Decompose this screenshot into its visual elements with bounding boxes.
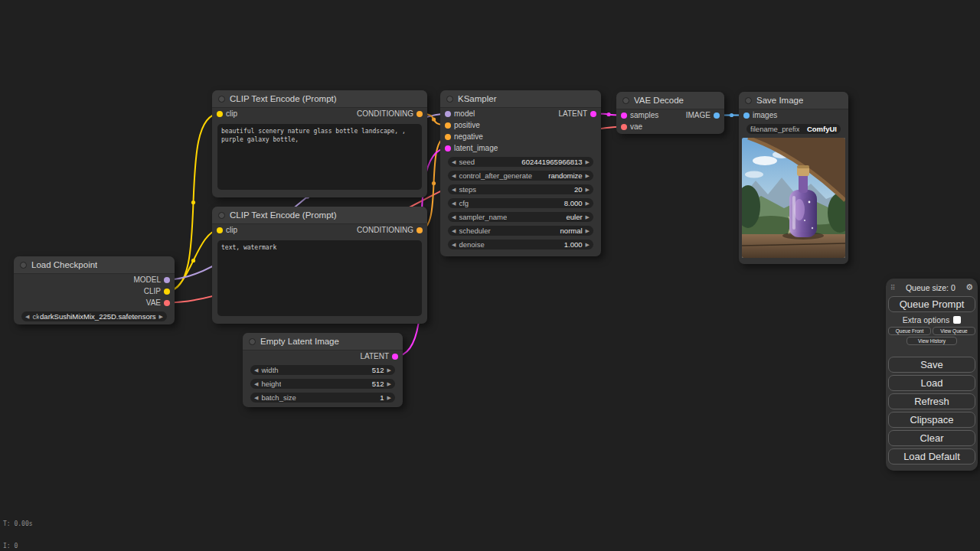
next-value-arrow-icon[interactable]: ▶ [586,214,590,220]
sampler-name-widget[interactable]: ◀ sampler_name euler ▶ [448,212,593,222]
queue-prompt-button[interactable]: Queue Prompt [888,296,975,312]
next-value-arrow-icon[interactable]: ▶ [159,314,163,319]
increment-arrow-icon[interactable]: ▶ [586,187,590,192]
node-save-image[interactable]: Save Image images filename_prefix ComfyU… [739,92,848,264]
increment-arrow-icon[interactable]: ▶ [387,381,391,386]
cfg-widget[interactable]: ◀ cfg 8.000 ▶ [448,198,593,208]
output-port-model[interactable] [164,277,170,283]
denoise-widget[interactable]: ◀ denoise 1.000 ▶ [448,240,593,249]
decrement-arrow-icon[interactable]: ◀ [452,187,456,192]
node-clip-text-encode-positive[interactable]: CLIP Text Encode (Prompt) clip CONDITION… [212,90,427,197]
increment-arrow-icon[interactable]: ▶ [387,367,391,373]
output-port-conditioning[interactable] [416,227,423,233]
batch-size-widget[interactable]: ◀ batch_size 1 ▶ [250,393,395,403]
save-button[interactable]: Save [888,357,975,373]
seed-widget[interactable]: ◀ seed 602441965966813 ▶ [448,157,593,167]
decrement-arrow-icon[interactable]: ◀ [254,367,258,373]
widget-name: batch_size [261,393,296,402]
extra-options-label: Extra options [903,315,949,324]
increment-arrow-icon[interactable]: ▶ [586,242,590,247]
output-port-image[interactable] [714,112,720,119]
widget-value: darkSushiMixMix_225D.safetensors [40,312,156,321]
load-checkpoint-title-bar[interactable]: Load Checkpoint [14,256,175,274]
empty-latent-title-bar[interactable]: Empty Latent Image [243,333,403,350]
height-widget[interactable]: ◀ height 512 ▶ [250,379,395,389]
widget-value: 512 [372,380,384,388]
output-port-conditioning[interactable] [416,111,423,117]
input-port-images[interactable] [743,112,750,119]
output-label-conditioning: CONDITIONING [357,226,413,234]
decrement-arrow-icon[interactable]: ◀ [254,381,258,386]
widget-name: sampler_name [459,213,507,221]
vae-decode-title-bar[interactable]: VAE Decode [616,92,724,109]
ckpt-name-widget[interactable]: ◀ ckpt_na darkSushiMixMix_225D.safetenso… [21,311,167,321]
input-label-latent-image: latent_image [454,144,498,152]
control-after-generate-widget[interactable]: ◀ control_after_generate randomize ▶ [448,171,593,181]
increment-arrow-icon[interactable]: ▶ [586,159,590,165]
increment-arrow-icon[interactable]: ▶ [387,395,391,400]
queue-front-button[interactable]: Queue Front [888,327,931,335]
prev-value-arrow-icon[interactable]: ◀ [452,173,456,178]
load-button[interactable]: Load [888,375,975,391]
output-port-clip[interactable] [164,289,170,295]
input-port-model[interactable] [445,111,451,117]
input-port-positive[interactable] [445,122,451,129]
widget-name: filename_prefix [750,125,799,133]
widget-value: 20 [574,185,583,194]
output-label-clip: CLIP [144,287,161,295]
clipspace-button[interactable]: Clipspace [888,412,975,428]
widget-value: ComfyUI [807,125,837,133]
input-port-latent-image[interactable] [445,145,451,152]
node-status-dot [218,212,225,219]
input-port-clip[interactable] [217,227,223,233]
output-label-image: IMAGE [686,111,710,119]
widget-value: euler [566,213,582,221]
clear-button[interactable]: Clear [888,430,975,446]
next-value-arrow-icon[interactable]: ▶ [586,228,590,233]
width-widget[interactable]: ◀ width 512 ▶ [250,365,395,375]
load-default-button[interactable]: Load Default [888,448,975,465]
output-port-vae[interactable] [164,300,170,306]
node-clip-text-encode-negative[interactable]: CLIP Text Encode (Prompt) clip CONDITION… [212,207,427,324]
generated-image-preview [742,138,845,258]
settings-gear-icon[interactable]: ⚙ [965,282,973,292]
node-ksampler[interactable]: KSampler model LATENT positive negative … [440,90,601,256]
decrement-arrow-icon[interactable]: ◀ [452,201,456,206]
scheduler-widget[interactable]: ◀ scheduler normal ▶ [448,226,593,236]
increment-arrow-icon[interactable]: ▶ [586,201,590,206]
input-port-negative[interactable] [445,134,451,140]
ksampler-title-bar[interactable]: KSampler [440,90,601,108]
save-image-title-bar[interactable]: Save Image [739,92,848,109]
menu-drag-handle-icon[interactable]: ⠿ [890,284,896,292]
view-queue-button[interactable]: View Queue [933,327,975,335]
widget-value: 512 [372,366,384,374]
clip-negative-title-bar[interactable]: CLIP Text Encode (Prompt) [212,207,427,224]
output-label-latent: LATENT [558,109,587,118]
prev-value-arrow-icon[interactable]: ◀ [25,314,29,319]
input-port-vae[interactable] [621,124,627,130]
refresh-button[interactable]: Refresh [888,393,975,409]
negative-prompt-text-input[interactable]: text, watermark [217,240,422,316]
node-load-checkpoint[interactable]: Load Checkpoint MODEL CLIP VAE ◀ ckpt_na… [14,256,175,324]
prompt-text-input[interactable]: beautiful scenery nature glass bottle la… [217,124,422,190]
decrement-arrow-icon[interactable]: ◀ [452,242,456,247]
view-history-button[interactable]: View History [906,337,957,345]
input-port-samples[interactable] [621,112,627,119]
node-title: KSampler [458,94,497,103]
next-value-arrow-icon[interactable]: ▶ [586,173,590,178]
decrement-arrow-icon[interactable]: ◀ [254,395,258,400]
filename-prefix-widget[interactable]: filename_prefix ComfyUI [746,124,841,134]
output-port-latent[interactable] [392,354,398,360]
node-vae-decode[interactable]: VAE Decode samples IMAGE vae [616,92,724,134]
output-port-latent[interactable] [590,111,596,117]
prev-value-arrow-icon[interactable]: ◀ [452,214,456,220]
decrement-arrow-icon[interactable]: ◀ [452,159,456,165]
prev-value-arrow-icon[interactable]: ◀ [452,228,456,233]
node-empty-latent-image[interactable]: Empty Latent Image LATENT ◀ width 512 ▶ … [243,333,403,407]
stat-time: T: 0.00s [3,520,40,528]
steps-widget[interactable]: ◀ steps 20 ▶ [448,184,593,194]
clip-positive-title-bar[interactable]: CLIP Text Encode (Prompt) [212,90,427,108]
widget-name: seed [459,158,475,166]
input-port-clip[interactable] [217,111,223,117]
extra-options-checkbox[interactable] [953,316,961,324]
